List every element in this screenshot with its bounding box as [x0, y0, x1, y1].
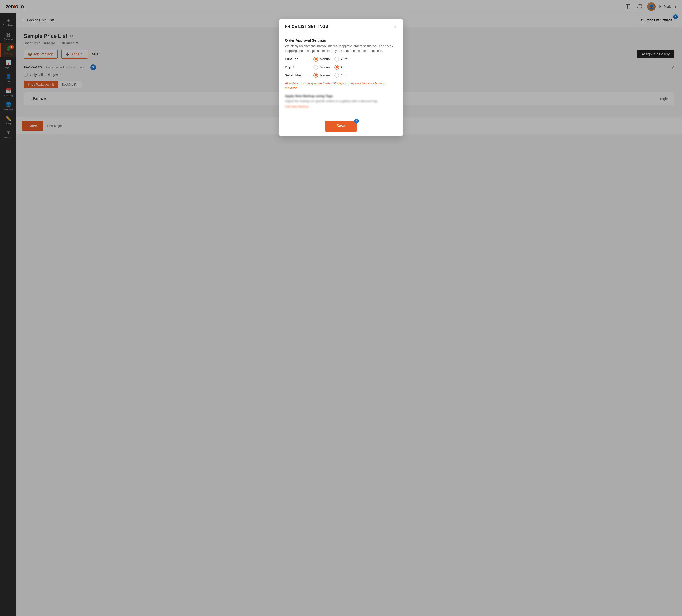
self-fulfilled-auto-label: Auto: [341, 73, 347, 77]
approval-row-print-lab: Print Lab Manual Auto: [285, 57, 397, 62]
print-lab-manual-radio[interactable]: [314, 57, 318, 62]
digital-manual-option[interactable]: Manual: [314, 65, 331, 70]
blurred-desc: Adjust the markup on specific orders in …: [285, 99, 397, 103]
modal-save-badge: 6: [354, 119, 359, 123]
self-fulfilled-radio-group: Manual Auto: [314, 73, 347, 78]
digital-manual-label: Manual: [320, 65, 331, 69]
modal-header: PRICE LIST SETTINGS ✕: [279, 19, 403, 33]
warning-text: All orders must be approved within 30 da…: [285, 81, 397, 90]
price-list-settings-modal: PRICE LIST SETTINGS ✕ Order Approval Set…: [279, 19, 403, 136]
blurred-link: Add New Markup: [285, 105, 397, 108]
self-fulfilled-auto-radio[interactable]: [334, 73, 339, 78]
blurred-title: Apply New Markup using Tags: [285, 94, 397, 98]
modal-section-title: Order Approval Settings: [285, 38, 397, 42]
modal-title: PRICE LIST SETTINGS: [285, 24, 328, 29]
self-fulfilled-manual-label: Manual: [320, 73, 331, 77]
modal-close-button[interactable]: ✕: [393, 24, 397, 29]
modal-overlay[interactable]: PRICE LIST SETTINGS ✕ Order Approval Set…: [0, 0, 682, 616]
approval-row-self-fulfilled: Self-fulfilled Manual Auto: [285, 73, 397, 78]
print-lab-manual-option[interactable]: Manual: [314, 57, 331, 62]
digital-manual-radio[interactable]: [314, 65, 318, 70]
print-lab-manual-label: Manual: [320, 57, 331, 61]
self-fulfilled-manual-radio[interactable]: [314, 73, 318, 78]
self-fulfilled-manual-option[interactable]: Manual: [314, 73, 331, 78]
self-fulfilled-auto-option[interactable]: Auto: [334, 73, 347, 78]
modal-save-label: Save: [337, 124, 345, 128]
digital-auto-radio[interactable]: [334, 65, 339, 70]
print-lab-auto-option[interactable]: Auto: [334, 57, 347, 62]
modal-body: Order Approval Settings We highly recomm…: [279, 33, 403, 117]
digital-approval-label: Digital: [285, 65, 314, 69]
digital-auto-option[interactable]: Auto: [334, 65, 347, 70]
modal-footer: Save 6: [279, 117, 403, 136]
digital-radio-group: Manual Auto: [314, 65, 347, 70]
modal-section-desc: We highly recommend that you manually ap…: [285, 44, 397, 53]
approval-row-digital: Digital Manual Auto: [285, 65, 397, 70]
modal-save-button[interactable]: Save 6: [325, 121, 357, 132]
print-lab-auto-radio[interactable]: [334, 57, 339, 62]
print-lab-auto-label: Auto: [341, 57, 347, 61]
digital-auto-label: Auto: [341, 65, 347, 69]
print-lab-radio-group: Manual Auto: [314, 57, 347, 62]
print-lab-label: Print Lab: [285, 57, 314, 61]
blurred-markup-section: Apply New Markup using Tags Adjust the m…: [285, 94, 397, 108]
self-fulfilled-label: Self-fulfilled: [285, 73, 314, 77]
